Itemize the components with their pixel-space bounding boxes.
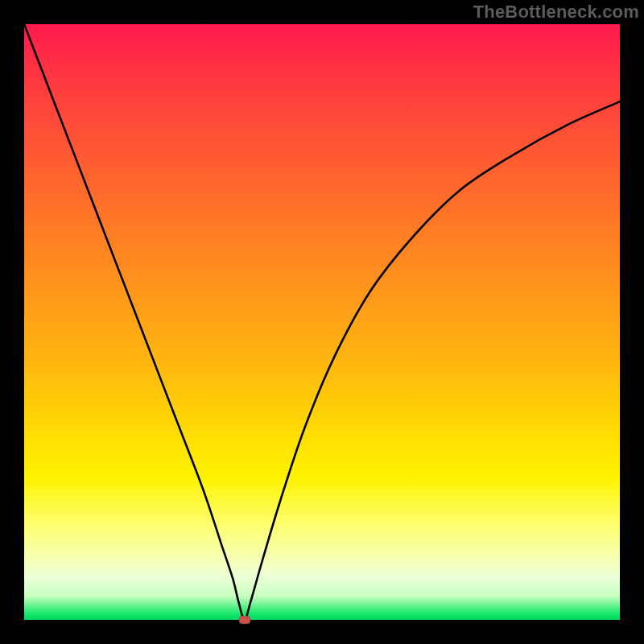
- plot-area: [24, 24, 620, 620]
- bottleneck-curve: [24, 24, 620, 620]
- optimal-point-marker: [239, 616, 250, 624]
- chart-frame: TheBottleneck.com: [0, 0, 644, 644]
- watermark-text: TheBottleneck.com: [473, 2, 639, 23]
